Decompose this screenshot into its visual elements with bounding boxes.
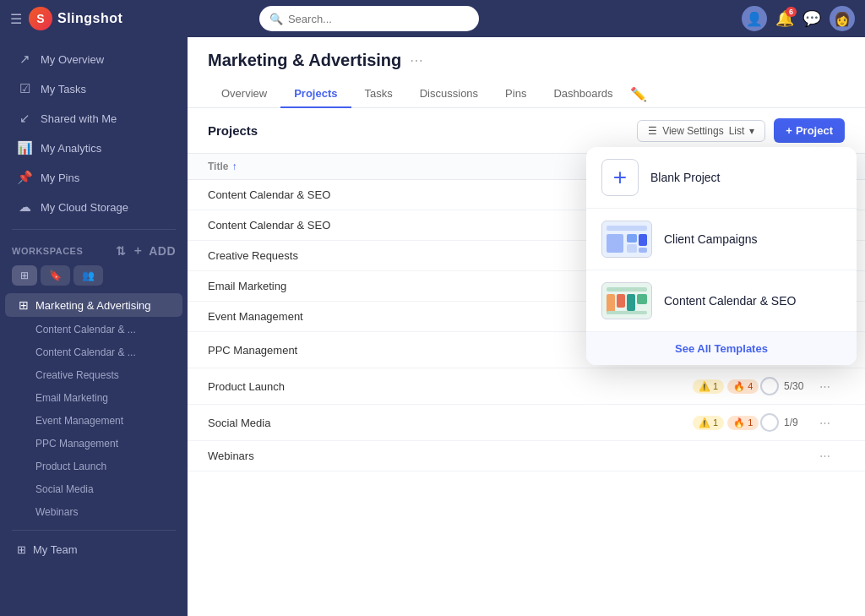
project-template-dropdown: + Blank Project Client Campaigns (586, 147, 857, 365)
sidebar-item-tasks[interactable]: ☑ My Tasks (5, 74, 182, 103)
sidebar-item-shared[interactable]: ↙ Shared with Me (5, 104, 182, 133)
workspace-header: Workspaces ⇅ ＋ Add (0, 237, 188, 262)
plus-icon: + (786, 124, 792, 137)
add-workspace-icon[interactable]: ＋ (132, 243, 144, 259)
pins-icon: 📌 (17, 170, 32, 185)
row-title: Content Calendar & SEO (208, 219, 617, 232)
tab-projects[interactable]: Projects (280, 80, 351, 108)
sub-item-label: Content Calendar & ... (35, 324, 136, 335)
logo: S Slingshot (29, 7, 122, 30)
tab-overview[interactable]: Overview (208, 80, 280, 108)
ws-tab-layers[interactable]: ⊞ (12, 265, 37, 286)
content-title-row: Marketing & Advertising ⋯ (208, 51, 845, 70)
layers-icon: ⊞ (20, 270, 29, 281)
workspace-marketing[interactable]: ⊞ Marketing & Advertising ⋯ (5, 293, 182, 317)
sidebar-item-analytics[interactable]: 📊 My Analytics (5, 134, 182, 162)
workspace-icons: ⇅ ＋ Add (116, 243, 176, 259)
row-progress: 5/30 (760, 377, 819, 395)
sub-item-3[interactable]: Email Marketing ⋯ (5, 387, 182, 408)
sub-item-2[interactable]: Creative Requests ⋯ (5, 364, 182, 385)
sub-item-6[interactable]: Product Launch ⋯ (5, 455, 182, 477)
team-label: My Team (33, 543, 78, 556)
view-mode: List (729, 125, 745, 137)
sub-item-4[interactable]: Event Management ⋯ (5, 410, 182, 431)
sidebar-item-overview[interactable]: ↗ My Overview (5, 45, 182, 74)
sub-item-7[interactable]: Social Media ⋯ (5, 478, 182, 499)
search-icon: 🔍 (269, 13, 283, 25)
svg-rect-8 (617, 294, 625, 308)
ws-tab-bookmark[interactable]: 🔖 (41, 265, 70, 286)
workspace-icon: ⊞ (19, 298, 29, 312)
client-campaigns-label: Client Campaigns (664, 232, 758, 246)
chat-icon[interactable]: 💬 (802, 9, 821, 28)
row-action[interactable]: ⋯ (819, 380, 845, 393)
nav-divider2 (12, 530, 176, 531)
svg-rect-3 (627, 244, 637, 253)
ws-tab-people[interactable]: 👥 (73, 265, 103, 286)
sidebar-item-label: My Tasks (41, 83, 86, 95)
sub-item-5[interactable]: PPC Management ⋯ (5, 433, 182, 454)
row-title: Event Management (208, 310, 617, 323)
progress-text: 1/9 (784, 417, 798, 428)
row-title: Product Launch (208, 380, 617, 393)
sub-item-label: Creative Requests (35, 369, 119, 381)
edit-icon[interactable]: ✏️ (630, 80, 647, 107)
table-row[interactable]: Product Launch ⚠️ 1 🔥 4 5/30 ⋯ (188, 368, 865, 405)
row-progress: 1/9 (760, 413, 819, 432)
sub-item-label: Event Management (35, 415, 123, 427)
search-bar[interactable]: 🔍 (259, 6, 479, 31)
sidebar-item-pins[interactable]: 📌 My Pins (5, 163, 182, 192)
workspace-tabs: ⊞ 🔖 👥 (0, 262, 188, 292)
sub-item-8[interactable]: Webinars ⋯ (5, 501, 182, 522)
row-action[interactable]: ⋯ (819, 417, 845, 429)
row-action[interactable]: ⋯ (819, 450, 845, 462)
add-project-button[interactable]: + Project (774, 118, 845, 143)
menu-icon[interactable]: ☰ (10, 11, 22, 27)
sidebar-item-team[interactable]: ⊞ My Team ⋯ (5, 538, 182, 561)
tasks-icon: ☑ (17, 81, 32, 96)
chevron-down-icon: ▾ (749, 125, 754, 137)
workspace-name: Marketing & Advertising (35, 299, 151, 312)
svg-rect-0 (607, 226, 647, 231)
svg-rect-6 (607, 287, 647, 292)
bookmark-icon: 🔖 (49, 270, 62, 281)
client-campaigns-thumb (601, 221, 652, 258)
fire-badge: 🔥 4 (727, 379, 759, 394)
analytics-icon: 📊 (17, 140, 32, 155)
row-meta: ⚠️ 1 🔥 4 (693, 379, 760, 394)
tab-dashboards[interactable]: Dashboards (540, 80, 626, 108)
sub-item-label: Social Media (35, 483, 94, 495)
topbar: ☰ S Slingshot 🔍 👤 🔔 6 💬 👩 (0, 0, 865, 37)
add-project-label: Project (796, 124, 833, 137)
sub-item-1[interactable]: Content Calendar & ... ⋯ (5, 341, 182, 363)
sidebar-item-cloud[interactable]: ☁ My Cloud Storage (5, 193, 182, 221)
dropdown-item-client-campaigns[interactable]: Client Campaigns (586, 209, 857, 270)
notification-bell[interactable]: 🔔 6 (775, 9, 794, 28)
sidebar-item-label: My Cloud Storage (41, 201, 128, 214)
avatar-user2[interactable]: 👩 (830, 6, 855, 31)
overview-icon: ↗ (17, 52, 32, 67)
dropdown-item-content-calendar[interactable]: Content Calendar & SEO (586, 270, 857, 332)
dropdown-item-blank[interactable]: + Blank Project (586, 147, 857, 209)
warn-badge: ⚠️ 1 (693, 416, 724, 430)
tab-discussions[interactable]: Discussions (406, 80, 492, 108)
sort-asc-icon: ↑ (231, 161, 237, 172)
content-calendar-thumb (601, 282, 652, 319)
svg-rect-1 (607, 234, 623, 253)
tab-tasks[interactable]: Tasks (351, 80, 406, 108)
search-input[interactable] (288, 13, 469, 25)
progress-text: 5/30 (784, 380, 803, 392)
sub-item-label: Webinars (35, 506, 78, 518)
table-row[interactable]: Webinars ⋯ (188, 441, 865, 472)
content-tabs: Overview Projects Tasks Discussions Pins… (208, 80, 845, 107)
sort-icon[interactable]: ⇅ (116, 244, 127, 258)
tab-pins[interactable]: Pins (492, 80, 540, 108)
svg-rect-2 (627, 234, 637, 243)
view-settings-button[interactable]: ☰ View Settings List ▾ (637, 120, 765, 142)
table-row[interactable]: Social Media ⚠️ 1 🔥 1 1/9 ⋯ (188, 405, 865, 441)
title-more-icon[interactable]: ⋯ (410, 52, 423, 68)
sub-item-0[interactable]: Content Calendar & ... ⋯ (5, 319, 182, 340)
avatar-user1[interactable]: 👤 (742, 6, 767, 31)
view-settings-label: View Settings (662, 125, 724, 137)
see-all-templates-link[interactable]: See All Templates (586, 332, 857, 365)
